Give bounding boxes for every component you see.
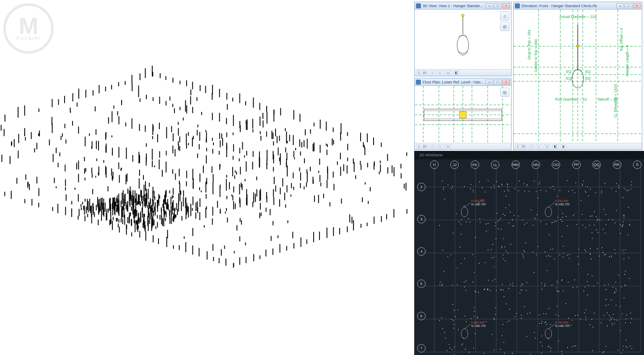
view-scale[interactable]: 1 : 20 [416, 144, 428, 149]
svg-rect-468 [122, 219, 123, 224]
svg-rect-576 [89, 207, 90, 211]
svg-point-1227 [571, 325, 571, 326]
svg-rect-250 [185, 100, 186, 111]
svg-rect-943 [460, 111, 466, 118]
svg-rect-796 [236, 225, 237, 231]
svg-rect-52 [360, 132, 361, 141]
close-button[interactable]: × [502, 80, 510, 85]
svg-point-1115 [496, 238, 496, 239]
svg-rect-33 [280, 108, 281, 116]
status-chip[interactable]: ☼ [536, 144, 542, 149]
mini-window-canvas[interactable]: EQ EQ EQ EQ Actual Diameter = 224 Drop t… [514, 10, 642, 143]
grid-bubble-col: LL [491, 161, 499, 169]
svg-rect-62 [406, 153, 407, 156]
svg-point-1471 [607, 313, 608, 314]
svg-rect-438 [160, 215, 161, 220]
svg-point-1125 [593, 286, 594, 287]
svg-rect-365 [25, 137, 26, 140]
svg-point-1454 [623, 222, 623, 223]
view-scale[interactable]: 1 : 20 [515, 144, 527, 149]
svg-rect-258 [252, 129, 253, 132]
status-chip[interactable]: ☼ [437, 70, 443, 75]
steering-wheel-button[interactable]: ◎ [500, 88, 509, 97]
svg-point-1106 [599, 256, 600, 257]
steering-wheel-button[interactable]: ◎ [500, 22, 509, 31]
status-chip[interactable]: ▭ [445, 144, 452, 149]
svg-rect-772 [61, 136, 62, 140]
svg-point-1393 [504, 215, 505, 216]
svg-rect-575 [140, 190, 141, 197]
autocad-plan-view[interactable]: 2D Wireframe HJJKKLLMMNNOOPPQQRRS 234567… [414, 151, 644, 355]
minimize-button[interactable]: ‒ [486, 80, 493, 85]
mini-window-titlebar[interactable]: Elevation: Front - Hanger Standard Clevi… [514, 2, 642, 10]
minimize-button[interactable]: ‒ [486, 3, 493, 8]
svg-point-1153 [615, 253, 616, 254]
mini-window-canvas[interactable]: ⌂ ◎ [415, 10, 511, 69]
status-chip[interactable]: ◧ [552, 144, 559, 149]
svg-point-1329 [506, 251, 506, 251]
svg-point-1317 [562, 217, 563, 218]
svg-point-1476 [608, 304, 609, 305]
svg-point-1399 [452, 349, 453, 350]
grid-bubble-row: 7 [417, 344, 426, 352]
status-chip[interactable]: ◐ [561, 144, 567, 149]
status-chip[interactable]: ▭ [544, 144, 551, 149]
svg-rect-810 [285, 148, 286, 153]
close-button[interactable]: × [633, 3, 641, 8]
svg-rect-58 [112, 221, 113, 230]
grid-bubble-col: NN [532, 161, 540, 169]
svg-point-1483 [605, 305, 606, 306]
svg-rect-384 [246, 151, 247, 156]
svg-rect-280 [273, 110, 274, 122]
mini-window-titlebar[interactable]: Floor Plan: Lower Ref. Level - Hanger St… [415, 78, 511, 86]
cad-canvas[interactable]: HJJKKLLMMNNOOPPQQRRS 234567 E:704.856N:-… [414, 159, 644, 355]
svg-rect-88 [152, 72, 153, 77]
svg-rect-905 [255, 194, 256, 202]
status-chip[interactable]: ⌂ [430, 144, 435, 149]
svg-rect-711 [154, 166, 155, 168]
svg-point-1480 [513, 225, 514, 226]
svg-rect-364 [31, 132, 32, 139]
mini-window-canvas[interactable]: ◎ [415, 86, 511, 143]
svg-rect-304 [78, 174, 79, 182]
status-chip[interactable]: ⌂ [529, 144, 534, 149]
status-chip[interactable]: ◧ [453, 70, 460, 75]
svg-rect-783 [289, 135, 290, 141]
svg-point-1079 [611, 256, 612, 257]
isometric-3d-view[interactable] [0, 0, 413, 355]
maximize-button[interactable]: □ [494, 80, 501, 85]
svg-rect-342 [313, 177, 314, 184]
minimize-button[interactable]: ‒ [616, 3, 624, 8]
svg-text:EQ: EQ [585, 70, 591, 74]
maximize-button[interactable]: □ [494, 3, 501, 8]
svg-point-1159 [547, 270, 548, 271]
watermark-logo: M RUZAINI [3, 3, 54, 54]
mini-window-3d-view[interactable]: 3D View: View 1 - Hanger Standard Clevis… [414, 2, 512, 76]
svg-rect-307 [314, 143, 314, 151]
svg-rect-149 [280, 244, 280, 252]
view-scale[interactable]: 1 : 20 [416, 70, 428, 75]
svg-rect-457 [176, 203, 177, 210]
svg-rect-193 [334, 184, 335, 190]
svg-point-1189 [548, 308, 549, 309]
maximize-button[interactable]: □ [625, 3, 632, 8]
status-chip[interactable]: ⌂ [430, 70, 435, 75]
viewcube-home-button[interactable]: ⌂ [500, 11, 509, 21]
close-button[interactable]: × [502, 3, 510, 8]
svg-rect-437 [165, 197, 166, 205]
status-chip[interactable]: ▭ [445, 70, 452, 75]
svg-rect-420 [177, 209, 178, 215]
mini-window-plan-view[interactable]: Floor Plan: Lower Ref. Level - Hanger St… [414, 78, 512, 150]
mini-window-titlebar[interactable]: 3D View: View 1 - Hanger Standard Clevis… [415, 2, 511, 10]
svg-rect-587 [88, 201, 88, 211]
svg-point-1002 [612, 219, 613, 220]
svg-rect-658 [88, 210, 88, 212]
mini-window-elevation-view[interactable]: Elevation: Front - Hanger Standard Clevi… [513, 2, 642, 150]
svg-rect-670 [277, 136, 278, 143]
svg-point-1157 [545, 251, 545, 252]
svg-rect-794 [287, 220, 288, 223]
svg-point-1054 [628, 235, 628, 236]
svg-point-1010 [459, 221, 460, 222]
status-chip[interactable]: ☼ [437, 144, 443, 149]
svg-point-984 [631, 189, 631, 189]
